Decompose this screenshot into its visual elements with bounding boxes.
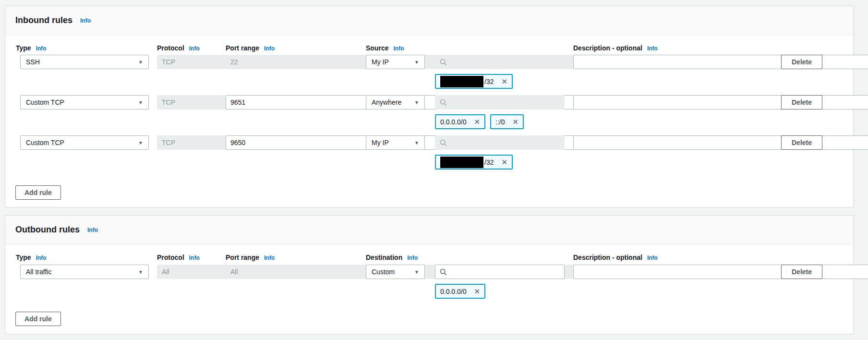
chevron-down-icon: ▼ (138, 140, 143, 146)
cidr-token: 0.0.0.0/0 ✕ (435, 284, 485, 299)
destination-search-input[interactable] (435, 265, 565, 279)
outbound-rules-header: Outbound rules Info (5, 216, 853, 244)
protocol-column-header: ProtocolInfo (157, 254, 200, 261)
port-range-column-header: Port rangeInfo (226, 254, 275, 261)
source-column-header: SourceInfo (366, 44, 404, 52)
inbound-rules-panel: Inbound rules Info TypeInfo ProtocolInfo… (5, 6, 854, 207)
inbound-rules-title: Inbound rules (15, 15, 72, 25)
port-range-column-header: Port rangeInfo (226, 44, 275, 52)
protocol-column-header: ProtocolInfo (157, 44, 200, 52)
source-search-input (435, 55, 565, 69)
destination-token-row: 0.0.0.0/0 ✕ (435, 284, 485, 299)
delete-rule-button[interactable]: Delete (781, 265, 822, 279)
description-input[interactable] (573, 135, 868, 150)
description-info-link[interactable]: Info (647, 45, 658, 52)
type-select[interactable]: All traffic ▼ (20, 265, 149, 279)
source-token-row: /32 ✕ (435, 74, 513, 89)
source-select[interactable]: Anywhere ▼ (366, 95, 425, 109)
description-column-header: Description - optionalInfo (573, 44, 658, 52)
destination-select[interactable]: Custom ▼ (366, 265, 425, 279)
outbound-rules-panel: Outbound rules Info TypeInfo ProtocolInf… (5, 215, 854, 334)
inbound-rules-info-link[interactable]: Info (80, 17, 91, 24)
remove-token-icon[interactable]: ✕ (501, 78, 507, 85)
redacted-ip (440, 157, 483, 168)
protocol-info-link[interactable]: Info (189, 255, 200, 261)
redacted-ip (440, 76, 483, 87)
description-input[interactable] (573, 95, 868, 109)
description-column-header: Description - optionalInfo (573, 254, 658, 261)
remove-token-icon[interactable]: ✕ (474, 288, 481, 295)
type-select[interactable]: Custom TCP ▼ (20, 95, 149, 109)
chevron-down-icon: ▼ (138, 100, 143, 105)
source-token-row: 0.0.0.0/0 ✕ ::/0 ✕ (435, 114, 524, 129)
protocol-info-link[interactable]: Info (189, 45, 200, 52)
port-range-info-link[interactable]: Info (264, 255, 275, 261)
cidr-token: /32 ✕ (435, 155, 513, 170)
cidr-token: 0.0.0.0/0 ✕ (435, 114, 485, 129)
outbound-rules-info-link[interactable]: Info (87, 227, 98, 233)
delete-rule-button[interactable]: Delete (781, 55, 822, 69)
search-icon (440, 99, 447, 106)
chevron-down-icon: ▼ (414, 60, 419, 65)
remove-token-icon[interactable]: ✕ (513, 118, 519, 125)
type-column-header: TypeInfo (16, 44, 47, 52)
remove-token-icon[interactable]: ✕ (501, 158, 507, 166)
type-info-link[interactable]: Info (36, 45, 47, 52)
port-range-info-link[interactable]: Info (264, 45, 275, 52)
search-icon (440, 59, 447, 66)
type-info-link[interactable]: Info (36, 255, 47, 261)
inbound-rules-header: Inbound rules Info (5, 6, 853, 35)
source-info-link[interactable]: Info (393, 45, 404, 52)
add-rule-button[interactable]: Add rule (15, 185, 61, 200)
type-select[interactable]: SSH ▼ (20, 55, 149, 69)
type-select[interactable]: Custom TCP ▼ (20, 135, 149, 150)
source-select[interactable]: My IP ▼ (366, 135, 425, 150)
description-input[interactable] (573, 55, 868, 69)
description-info-link[interactable]: Info (647, 255, 658, 261)
cidr-token: /32 ✕ (435, 74, 513, 89)
chevron-down-icon: ▼ (138, 269, 143, 275)
chevron-down-icon: ▼ (414, 140, 419, 146)
search-icon (440, 268, 447, 276)
source-token-row: /32 ✕ (435, 155, 513, 170)
search-icon (440, 139, 447, 146)
add-rule-button[interactable]: Add rule (15, 312, 61, 326)
source-search-input (435, 95, 565, 109)
outbound-rules-title: Outbound rules (15, 225, 80, 235)
delete-rule-button[interactable]: Delete (781, 95, 822, 109)
destination-column-header: DestinationInfo (366, 254, 418, 261)
source-search-input (435, 135, 565, 150)
type-column-header: TypeInfo (16, 254, 47, 261)
source-select[interactable]: My IP ▼ (366, 55, 425, 69)
cidr-token: ::/0 ✕ (490, 114, 524, 129)
destination-info-link[interactable]: Info (407, 255, 418, 261)
chevron-down-icon: ▼ (414, 100, 419, 105)
chevron-down-icon: ▼ (138, 60, 143, 65)
chevron-down-icon: ▼ (414, 269, 419, 275)
delete-rule-button[interactable]: Delete (781, 135, 822, 150)
description-input[interactable] (573, 265, 868, 279)
remove-token-icon[interactable]: ✕ (474, 118, 481, 125)
